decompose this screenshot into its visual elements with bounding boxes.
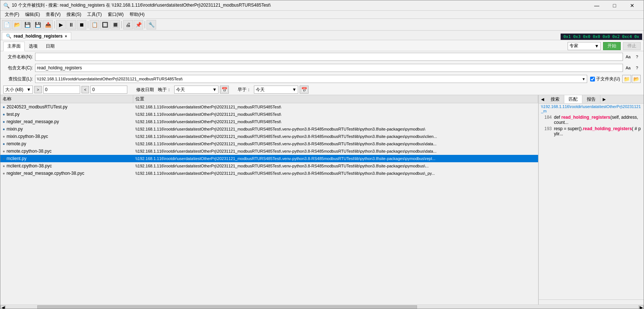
toolbar-stop[interactable]: ⏹ <box>77 20 86 29</box>
expert-combo[interactable]: 专家 ▼ <box>568 42 601 50</box>
menu-window[interactable]: 窗口(W) <box>105 11 127 18</box>
browse-folder-btn[interactable]: 📁 <box>622 75 631 83</box>
location-arrow-icon: ▼ <box>582 77 585 81</box>
content-label: 包含文本(C): <box>3 65 33 71</box>
toolbar-sep2 <box>88 21 88 28</box>
subfolder-label: 子文件夹(U) <box>596 76 620 82</box>
scroll-track[interactable] <box>6 305 638 309</box>
toolbar-run[interactable]: ▶ <box>56 20 66 29</box>
file-name: register_read_message.cpython-38.pyc <box>7 171 85 176</box>
toolbar: 📄 📂 💾 💾 📤 ▶ ⏸ ⏹ 📋 🔲 🔳 🖨 📌 🔧 <box>0 19 644 31</box>
hex-display: 0x1 0x3 0x0 0x0 0x0 0x2 0xc4 0x <box>561 34 642 40</box>
sub-tab-options[interactable]: 选项 <box>25 42 42 51</box>
toolbar-pin[interactable]: 📌 <box>134 20 143 29</box>
maximize-button[interactable]: □ <box>606 2 623 9</box>
result-text: def read_holding_registers(self, address… <box>554 115 641 125</box>
filename-match-btn[interactable]: Aa <box>624 53 632 60</box>
toolbar-new[interactable]: 📄 <box>2 20 11 29</box>
search-tab[interactable]: 🔍 read_holding_registers × <box>2 32 71 40</box>
before-date-picker-btn[interactable]: 📅 <box>300 86 309 94</box>
content-match-btn[interactable]: Aa <box>624 64 632 72</box>
toolbar-sep3 <box>121 21 122 28</box>
size-from-input[interactable] <box>43 86 80 94</box>
after-date-combo[interactable]: 今天 ▼ <box>174 86 218 94</box>
file-row[interactable]: ● test.py \\192.168.1.116\rootdir\userda… <box>0 111 538 118</box>
file-list-body[interactable]: ● 20240523_modbusRTUTest.py \\192.168.1.… <box>0 103 538 305</box>
content-input[interactable] <box>35 64 623 72</box>
menu-edit[interactable]: 编辑(E) <box>22 11 43 18</box>
size-lt-btn[interactable]: < <box>82 86 89 93</box>
location-label: 查找位置(L): <box>3 76 33 82</box>
file-type-icon: ● <box>3 164 5 168</box>
toolbar-clip1[interactable]: 📋 <box>90 20 99 29</box>
file-row[interactable]: ● register_read_message.py \\192.168.1.1… <box>0 118 538 125</box>
toolbar-print[interactable]: 🖨 <box>123 20 133 29</box>
right-panel-body[interactable]: \\192.168.1.116\rootdir\userdata\testOth… <box>539 104 644 299</box>
scroll-right-btn[interactable]: ▶ <box>638 305 644 309</box>
main-scroll-x[interactable]: ◀ ▶ <box>0 305 644 309</box>
col-header-path[interactable]: 位置 <box>133 95 538 103</box>
size-gt-btn[interactable]: > <box>34 86 42 93</box>
before-date-combo[interactable]: 今天 ▼ <box>254 86 298 94</box>
sub-tab-main[interactable]: 主界面 <box>3 42 25 51</box>
subfolder-checkbox[interactable] <box>590 77 595 81</box>
tab-label: read_holding_registers <box>14 34 63 39</box>
menu-tools[interactable]: 工具(T) <box>84 11 104 18</box>
file-name: 20240523_modbusRTUTest.py <box>7 104 68 110</box>
subfolder-checkbox-label[interactable]: 子文件夹(U) <box>590 76 620 82</box>
folder-btn2[interactable]: 📂 <box>632 75 641 83</box>
menu-search[interactable]: 搜索(S) <box>63 11 84 18</box>
right-result-row[interactable]: 193 resp = super().read_holding_register… <box>539 126 644 137</box>
file-row[interactable]: ● 20240523_modbusRTUTest.py \\192.168.1.… <box>0 103 538 111</box>
location-row: 查找位置(L): \\192.168.1.116\rootdir\userdat… <box>0 73 644 84</box>
start-button[interactable]: 开始 <box>603 42 621 50</box>
file-row[interactable]: ● mclient.cpython-38.pyc \\192.168.1.116… <box>0 162 538 170</box>
scroll-left-btn[interactable]: ◀ <box>0 305 6 309</box>
file-type-icon: ● <box>3 112 5 117</box>
col-header-name[interactable]: 名称 <box>0 95 133 103</box>
file-path: \\192.168.1.116\rootdir\userdata\testOth… <box>133 163 538 169</box>
menu-file[interactable]: 文件(F) <box>2 11 22 18</box>
sub-tab-date[interactable]: 日期 <box>42 42 59 51</box>
stop-button[interactable]: 停止 <box>623 42 641 50</box>
file-name: mixin.cpython-38.pyc <box>7 134 48 139</box>
after-date-picker-btn[interactable]: 📅 <box>220 86 229 94</box>
file-list: 名称 位置 ● 20240523_modbusRTUTest.py \\192.… <box>0 95 538 305</box>
right-panel-scroll-x[interactable] <box>539 299 644 305</box>
file-row[interactable]: ● remote.py \\192.168.1.116\rootdir\user… <box>0 140 538 147</box>
file-name: mixin.py <box>7 126 23 132</box>
right-result-row[interactable]: 184 def read_holding_registers(self, add… <box>539 114 644 126</box>
filename-help-btn[interactable]: ? <box>633 53 641 60</box>
right-tab-search[interactable]: 搜索 <box>546 95 564 103</box>
right-tab-report[interactable]: 报告 <box>582 95 600 103</box>
toolbar-save[interactable]: 💾 <box>23 20 32 29</box>
toolbar-clip2[interactable]: 🔲 <box>100 20 110 29</box>
file-row[interactable]: ● remote.cpython-38.pyc \\192.168.1.116\… <box>0 147 538 155</box>
tab-close-btn[interactable]: × <box>65 34 67 38</box>
file-type-icon: ● <box>3 171 5 176</box>
file-row[interactable]: ● register_read_message.cpython-38.pyc \… <box>0 170 538 177</box>
toolbar-export[interactable]: 📤 <box>43 20 53 29</box>
file-row[interactable]: ● mixin.cpython-38.pyc \\192.168.1.116\r… <box>0 133 538 140</box>
content-help-btn[interactable]: ? <box>633 64 641 72</box>
menu-help[interactable]: 帮助(H) <box>127 11 148 18</box>
toolbar-save2[interactable]: 💾 <box>33 20 42 29</box>
file-row[interactable]: ● mixin.py \\192.168.1.116\rootdir\userd… <box>0 125 538 133</box>
right-tab-match[interactable]: 匹配 <box>564 95 582 103</box>
right-panel-prev-btn[interactable]: ◀ <box>539 96 546 103</box>
toolbar-settings[interactable]: 🔧 <box>147 20 156 29</box>
size-unit-combo[interactable]: 大小 (kB) ▼ <box>3 86 33 94</box>
toolbar-clip3[interactable]: 🔳 <box>110 20 120 29</box>
scroll-thumb[interactable] <box>37 305 417 309</box>
location-combo[interactable]: \\192.168.1.116\rootdir\userdata\testOth… <box>35 75 587 83</box>
toolbar-open[interactable]: 📂 <box>12 20 22 29</box>
size-to-input[interactable] <box>90 86 127 94</box>
toolbar-pause[interactable]: ⏸ <box>66 20 76 29</box>
right-panel-next-btn[interactable]: ▶ <box>600 96 608 103</box>
filename-input[interactable] <box>35 53 623 61</box>
minimize-button[interactable]: — <box>588 2 605 9</box>
file-type-icon: ● <box>3 149 5 153</box>
close-button[interactable]: ✕ <box>624 2 641 9</box>
menu-view[interactable]: 查看(V) <box>43 11 63 18</box>
file-row[interactable]: ● mclient.py \\192.168.1.116\rootdir\use… <box>0 155 538 162</box>
